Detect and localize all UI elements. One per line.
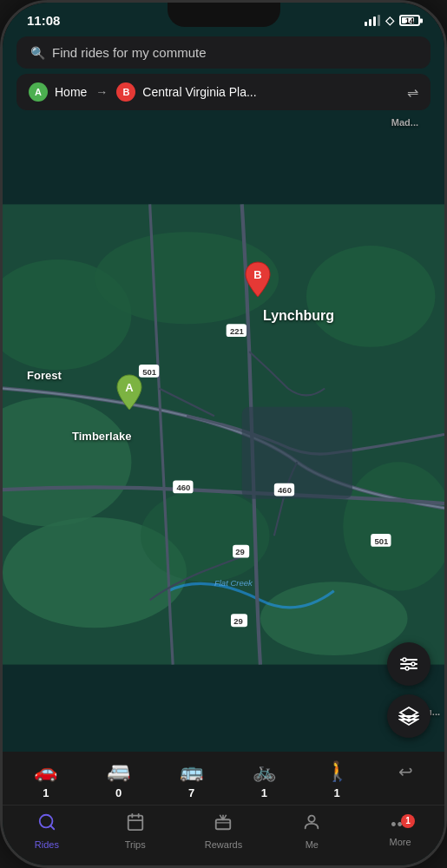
notch: [168, 3, 280, 27]
svg-text:501: 501: [142, 367, 157, 377]
transport-bike[interactable]: 🚲 1: [253, 760, 276, 799]
van-icon: 🚐: [107, 760, 130, 783]
map-controls: [387, 642, 431, 738]
transport-van[interactable]: 🚐 0: [107, 760, 130, 799]
svg-text:221: 221: [230, 326, 245, 336]
svg-rect-38: [128, 816, 142, 831]
dest-label: Central Virginia Pla...: [142, 85, 400, 99]
nav-more[interactable]: ••• 1 More: [374, 816, 426, 847]
transport-walk[interactable]: 🚶 1: [325, 760, 349, 799]
map-area[interactable]: Flat Creek: [3, 117, 444, 752]
transport-bar: 🚗 1 🚐 0 🚌 7 🚲 1 🚶 1 ↩: [3, 752, 444, 805]
dest-badge: B: [116, 82, 135, 102]
search-text: Find rides for my commute: [52, 45, 207, 60]
svg-point-32: [405, 667, 409, 670]
svg-text:460: 460: [176, 483, 190, 492]
bus-count: 7: [188, 786, 194, 799]
svg-point-3: [306, 246, 435, 347]
origin-label: Home: [55, 85, 87, 99]
svg-text:29: 29: [235, 547, 245, 556]
svg-point-31: [411, 662, 415, 666]
car-icon: 🚗: [34, 760, 57, 783]
phone-frame: 11:08 ◇ 14 🔍 Find rides for my commut: [0, 0, 447, 868]
search-container[interactable]: 🔍 Find rides for my commute: [3, 31, 444, 74]
more-badge-container: ••• 1: [391, 816, 410, 834]
status-indicators: ◇ 14: [365, 14, 420, 27]
svg-point-44: [309, 816, 315, 822]
walk-icon: 🚶: [325, 760, 349, 783]
rewards-icon: [214, 812, 233, 837]
signal-icon: [365, 15, 380, 26]
nav-me[interactable]: Me: [286, 812, 338, 850]
me-label: Me: [306, 839, 319, 850]
search-bar[interactable]: 🔍 Find rides for my commute: [16, 36, 431, 69]
more-badge: 1: [401, 814, 415, 828]
svg-text:29: 29: [233, 616, 243, 626]
nav-rides[interactable]: Rides: [21, 812, 73, 850]
nav-rewards[interactable]: Rewards: [197, 812, 249, 850]
car-count: 1: [43, 786, 49, 799]
svg-rect-10: [242, 407, 352, 499]
svg-point-8: [260, 582, 408, 655]
origin-badge: A: [29, 82, 48, 102]
wifi-icon: ◇: [385, 14, 394, 27]
search-icon: 🔍: [30, 46, 45, 60]
svg-text:A: A: [125, 381, 134, 394]
time-display: 11:08: [27, 13, 60, 28]
svg-point-30: [403, 658, 406, 661]
trips-icon: [126, 812, 145, 837]
bike-icon: 🚲: [253, 760, 276, 783]
route-settings-icon[interactable]: ⇌: [407, 84, 418, 101]
transport-bus[interactable]: 🚌 7: [180, 760, 203, 799]
bike-count: 1: [261, 786, 267, 799]
return-count: [404, 786, 407, 799]
filter-button[interactable]: [387, 642, 431, 686]
svg-rect-42: [216, 819, 231, 829]
more-label: More: [390, 837, 411, 847]
walk-count: 1: [334, 786, 340, 799]
svg-point-6: [141, 490, 269, 582]
me-icon: [302, 812, 321, 837]
nav-trips[interactable]: Trips: [109, 812, 161, 850]
svg-text:B: B: [253, 268, 261, 281]
svg-text:460: 460: [278, 485, 292, 495]
rewards-label: Rewards: [205, 839, 242, 850]
battery-icon: 14: [399, 15, 420, 26]
route-bar[interactable]: A Home → B Central Virginia Pla... ⇌: [16, 74, 431, 110]
van-count: 0: [115, 786, 122, 799]
return-icon: ↩: [398, 761, 413, 782]
layers-button[interactable]: [387, 694, 431, 738]
rides-label: Rides: [35, 839, 59, 850]
transport-car[interactable]: 🚗 1: [34, 760, 57, 799]
route-arrow: →: [95, 85, 108, 99]
pin-b[interactable]: B: [244, 260, 272, 302]
transport-return[interactable]: ↩: [398, 761, 413, 799]
rides-icon: [37, 812, 56, 837]
svg-text:501: 501: [374, 536, 389, 546]
trips-label: Trips: [125, 839, 146, 850]
phone-screen: 11:08 ◇ 14 🔍 Find rides for my commut: [3, 3, 444, 865]
svg-line-37: [50, 825, 54, 829]
nav-bar: Rides Trips Rewards Me: [3, 805, 444, 865]
bus-icon: 🚌: [180, 760, 203, 783]
pin-a[interactable]: A: [115, 373, 143, 415]
svg-text:Flat Creek: Flat Creek: [214, 578, 253, 588]
